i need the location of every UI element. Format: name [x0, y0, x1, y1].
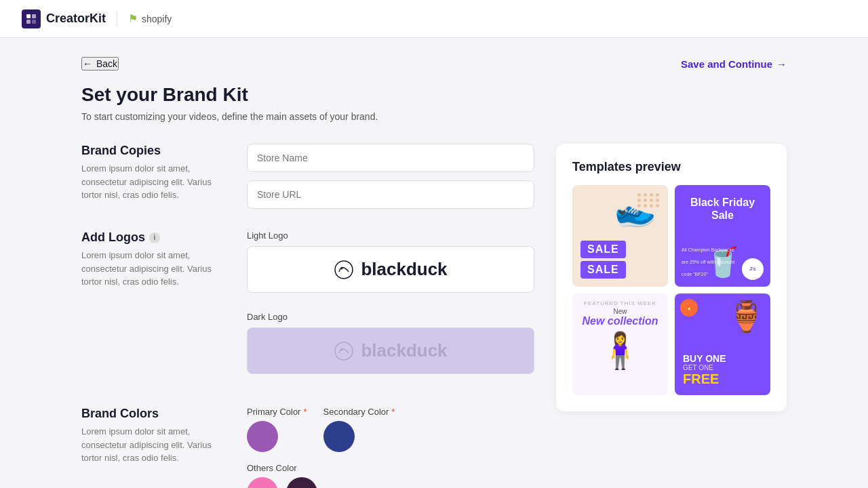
- color-group: Primary Color * Secondary Color *: [247, 407, 534, 488]
- save-continue-arrow-icon: →: [776, 58, 787, 70]
- light-logo-display: blackduck: [334, 259, 447, 280]
- svg-point-7: [341, 348, 343, 350]
- template-4-get-text: GET ONE: [683, 364, 726, 371]
- page-subtitle: To start customizing your videos, define…: [81, 111, 787, 122]
- template-4-new-badge: 🔥: [680, 299, 698, 317]
- others-color-label: Others Color: [247, 463, 317, 473]
- shopify-badge: ⚑ shopify: [128, 12, 172, 25]
- dark-logo-display: blackduck: [334, 340, 447, 361]
- light-logo-box[interactable]: blackduck: [247, 246, 534, 293]
- main-content: ← Back Save and Continue → Set your Bran…: [0, 38, 868, 488]
- back-arrow-icon: ←: [83, 58, 92, 69]
- duck-icon-light: [334, 260, 354, 280]
- content-grid: Brand Copies Lorem ipsum dolor sit amet,…: [81, 144, 787, 488]
- brand-copies-title: Brand Copies: [81, 144, 231, 158]
- templates-panel: Templates preview 👟 SALE SALE: [556, 144, 787, 411]
- svg-rect-3: [32, 20, 36, 24]
- template-card-2: Black Friday Sale 🥤 J's All Champion Bac…: [675, 185, 770, 287]
- shopify-icon: ⚑: [128, 12, 138, 25]
- brand-copies-fields: [247, 144, 534, 209]
- template-3-model-icon: 🧍‍♀️: [598, 330, 642, 371]
- template-card-1: 👟 SALE SALE: [572, 185, 668, 287]
- brand-colors-info: Brand Colors Lorem ipsum dolor sit amet,…: [81, 407, 231, 465]
- template-3-featured-text: FEATURED THIS WEEK: [582, 300, 658, 306]
- store-name-input[interactable]: [247, 144, 534, 172]
- primary-color-item: Primary Color *: [247, 407, 307, 452]
- dark-logo-label: Dark Logo: [247, 312, 534, 322]
- secondary-color-item: Secondary Color *: [323, 407, 395, 452]
- template-1-sale-badge: SALE: [580, 241, 626, 258]
- template-4-mugs-icon: 🏺: [728, 299, 765, 334]
- back-label: Back: [96, 58, 117, 69]
- brand-colors-section: Brand Colors Lorem ipsum dolor sit amet,…: [81, 407, 534, 488]
- app-logo: CreatorKit: [22, 9, 106, 28]
- secondary-color-swatch[interactable]: [323, 421, 355, 452]
- brand-name: CreatorKit: [46, 12, 106, 26]
- creatorkit-logo-icon: [22, 9, 41, 28]
- template-card-4: 🔥 🏺 BUY ONE GET ONE FREE: [675, 293, 770, 395]
- svg-point-4: [335, 261, 353, 279]
- template-card-3: FEATURED THIS WEEK New New collection 🧍‍…: [572, 293, 668, 395]
- add-logos-info: Add Logos i Lorem ipsum dolor sit amet, …: [81, 230, 231, 289]
- dark-logo-section: Dark Logo blackduck: [247, 312, 534, 374]
- app-header: CreatorKit ⚑ shopify: [0, 0, 868, 38]
- page-title: Set your Brand Kit: [81, 84, 787, 106]
- brand-copies-info: Brand Copies Lorem ipsum dolor sit amet,…: [81, 144, 231, 202]
- templates-grid: 👟 SALE SALE Black Friday Sale 🥤: [572, 185, 770, 395]
- svg-point-5: [341, 267, 343, 269]
- template-4-buy-text: BUY ONE: [683, 353, 726, 364]
- template-2-desc: All Champion Backpacks are 25% off with …: [682, 242, 739, 279]
- svg-rect-2: [26, 20, 31, 24]
- template-1-sale-text: SALE: [587, 243, 619, 255]
- templates-title: Templates preview: [572, 160, 770, 174]
- brand-colors-desc: Lorem ipsum dolor sit amet, consectetur …: [81, 425, 231, 465]
- other-color-1-swatch[interactable]: [247, 477, 278, 488]
- dark-logo-box[interactable]: blackduck: [247, 327, 534, 374]
- store-url-input[interactable]: [247, 180, 534, 209]
- other-colors-container: [247, 477, 317, 488]
- secondary-color-label: Secondary Color *: [323, 407, 395, 417]
- brand-copies-section: Brand Copies Lorem ipsum dolor sit amet,…: [81, 144, 534, 209]
- light-logo-section: Light Logo blackduck: [247, 230, 534, 293]
- save-continue-button[interactable]: Save and Continue →: [681, 58, 787, 70]
- svg-point-6: [335, 342, 353, 360]
- template-2-title: Black Friday Sale: [690, 196, 755, 222]
- brand-colors-title: Brand Colors: [81, 407, 231, 421]
- left-column: Brand Copies Lorem ipsum dolor sit amet,…: [81, 144, 534, 488]
- template-4-free-text: FREE: [683, 371, 726, 387]
- others-color-item: Others Color: [247, 463, 317, 488]
- save-continue-label: Save and Continue: [681, 58, 772, 70]
- light-logo-label: Light Logo: [247, 230, 534, 241]
- shopify-label: shopify: [142, 14, 172, 24]
- add-logos-title: Add Logos i: [81, 230, 231, 245]
- add-logos-desc: Lorem ipsum dolor sit amet, consectetur …: [81, 249, 231, 289]
- primary-color-label: Primary Color *: [247, 407, 307, 417]
- nav-row: ← Back Save and Continue →: [81, 38, 787, 84]
- primary-color-swatch[interactable]: [247, 421, 278, 452]
- others-color-row: Others Color: [247, 463, 534, 488]
- template-2-badge: J's: [742, 258, 764, 280]
- duck-icon-dark: [334, 341, 354, 361]
- brand-copies-desc: Lorem ipsum dolor sit amet, consectetur …: [81, 162, 231, 202]
- primary-secondary-row: Primary Color * Secondary Color *: [247, 407, 534, 452]
- svg-rect-1: [32, 14, 36, 18]
- info-icon: i: [149, 232, 160, 243]
- header-divider: [117, 11, 117, 27]
- add-logos-section: Add Logos i Lorem ipsum dolor sit amet, …: [81, 230, 534, 385]
- back-button[interactable]: ← Back: [81, 57, 119, 70]
- svg-rect-0: [26, 14, 31, 18]
- other-color-2-swatch[interactable]: [286, 477, 317, 488]
- secondary-required-marker: *: [391, 407, 395, 417]
- template-1-sale-badge-2: SALE: [580, 261, 626, 279]
- primary-required-marker: *: [303, 407, 307, 417]
- logo-fields: Light Logo blackduck: [247, 230, 534, 385]
- template-3-new-collection: New New collection: [582, 308, 658, 327]
- template-1-sale-text-2: SALE: [587, 264, 619, 275]
- template-4-promo-text: BUY ONE GET ONE FREE: [683, 353, 726, 387]
